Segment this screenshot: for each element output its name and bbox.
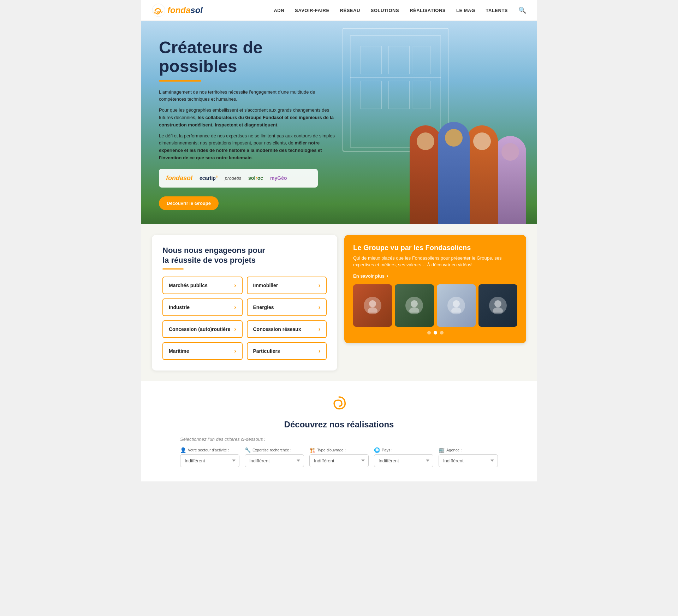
carousel-dot-3[interactable] bbox=[440, 331, 444, 334]
brand-solroc: solroc bbox=[248, 175, 263, 181]
market-arrow: › bbox=[319, 282, 320, 289]
market-label: Particuliers bbox=[253, 348, 280, 354]
market-btn-immobilier[interactable]: Immobilier › bbox=[247, 277, 327, 294]
svg-point-11 bbox=[368, 307, 377, 313]
svg-point-16 bbox=[494, 300, 501, 307]
filters-row: 👤 Votre secteur d'activité : Indifférent… bbox=[180, 447, 498, 467]
photo-2 bbox=[395, 284, 434, 327]
filter-secteur: 👤 Votre secteur d'activité : Indifférent bbox=[180, 447, 239, 467]
fondasoliens-link[interactable]: En savoir plus › bbox=[353, 273, 388, 279]
filter-pays: 🌐 Pays : Indifférent bbox=[374, 447, 433, 467]
person-icon: 👤 bbox=[180, 447, 186, 453]
fondasol-logo-icon: grupo bbox=[152, 4, 165, 17]
fondasoliens-title: Le Groupe vu par les Fondasoliens bbox=[353, 244, 517, 252]
person-1 bbox=[410, 125, 441, 224]
filter-instruction: Sélectionnez l'un des critères ci-dessou… bbox=[180, 437, 498, 442]
engagements-title: Nous nous engageons pour la réussite de … bbox=[162, 245, 327, 266]
main-nav: ADN SAVOIR-FAIRE RÉSEAU SOLUTIONS RÉALIS… bbox=[274, 6, 526, 14]
svg-rect-7 bbox=[388, 81, 409, 109]
filter-ouvrage: 🏗️ Type d'ouvrage : Indifférent bbox=[309, 447, 369, 467]
svg-rect-5 bbox=[413, 46, 430, 74]
svg-point-14 bbox=[453, 300, 460, 307]
hero-content: Créateurs de possibles L'aménagement de … bbox=[159, 38, 335, 210]
svg-rect-4 bbox=[388, 46, 409, 74]
photo-3 bbox=[437, 284, 476, 327]
svg-point-10 bbox=[369, 300, 376, 307]
hero-people bbox=[410, 122, 526, 224]
face-4 bbox=[489, 297, 507, 314]
nav-savoir-faire[interactable]: SAVOIR-FAIRE bbox=[295, 8, 329, 13]
market-label: Marchés publics bbox=[169, 283, 208, 288]
market-btn-industrie[interactable]: Industrie › bbox=[162, 298, 243, 316]
hero-section: Créateurs de possibles L'aménagement de … bbox=[141, 21, 537, 224]
search-icon[interactable]: 🔍 bbox=[518, 6, 526, 14]
brand-prodetis: prodetis bbox=[225, 176, 241, 181]
market-label: Energies bbox=[253, 304, 274, 310]
main-section: Nous nous engageons pour la réussite de … bbox=[141, 224, 537, 381]
market-label: Concession réseaux bbox=[253, 326, 301, 332]
building-icon: 🏗️ bbox=[309, 447, 315, 453]
market-arrow: › bbox=[234, 304, 236, 310]
realisations-icon bbox=[152, 395, 526, 416]
market-arrow: › bbox=[319, 304, 320, 310]
nav-solutions[interactable]: SOLUTIONS bbox=[371, 8, 399, 13]
face-3 bbox=[447, 297, 465, 314]
market-btn-concession-reseaux[interactable]: Concession réseaux › bbox=[247, 320, 327, 338]
market-arrow: › bbox=[234, 326, 236, 332]
filter-expertise-label: 🔧 Expertise recherchée : bbox=[245, 447, 291, 453]
carousel-dot-1[interactable] bbox=[427, 331, 431, 334]
svg-rect-6 bbox=[361, 81, 381, 109]
carousel-dot-2[interactable] bbox=[434, 331, 437, 334]
svg-point-13 bbox=[409, 307, 419, 313]
brand-fondasol: fondasol bbox=[166, 174, 192, 182]
market-label: Maritime bbox=[169, 348, 189, 354]
filter-secteur-select[interactable]: Indifférent bbox=[180, 454, 239, 467]
realisations-section: Découvrez nos réalisations Sélectionnez … bbox=[141, 381, 537, 481]
office-icon: 🏢 bbox=[439, 447, 445, 453]
hero-title-underline bbox=[159, 80, 201, 82]
market-btn-maritime[interactable]: Maritime › bbox=[162, 342, 243, 360]
filter-expertise-select[interactable]: Indifférent bbox=[245, 454, 304, 467]
discover-group-button[interactable]: Découvrir le Groupe bbox=[159, 196, 219, 210]
svg-point-17 bbox=[493, 307, 503, 313]
brand-mygeo: myGéo bbox=[270, 175, 287, 181]
market-btn-energies[interactable]: Energies › bbox=[247, 298, 327, 316]
market-btn-particuliers[interactable]: Particuliers › bbox=[247, 342, 327, 360]
market-arrow: › bbox=[234, 282, 236, 289]
engagements-card: Nous nous engageons pour la réussite de … bbox=[152, 235, 337, 371]
hero-desc-2: Pour que les géographies embellissent et… bbox=[159, 107, 335, 129]
hero-desc-1: L'aménagement de nos territoires nécessi… bbox=[159, 89, 335, 103]
svg-point-12 bbox=[411, 300, 418, 307]
tool-icon: 🔧 bbox=[245, 447, 251, 453]
face-1 bbox=[364, 297, 381, 314]
fondasoliens-link-arrow: › bbox=[386, 273, 388, 279]
photo-4 bbox=[478, 284, 517, 327]
nav-talents[interactable]: TALENTS bbox=[486, 8, 508, 13]
nav-realisations[interactable]: RÉALISATIONS bbox=[410, 8, 446, 13]
person-4 bbox=[494, 136, 526, 224]
market-label: Industrie bbox=[169, 304, 190, 310]
filter-secteur-label: 👤 Votre secteur d'activité : bbox=[180, 447, 229, 453]
market-btn-concession-auto[interactable]: Concession (auto)routière › bbox=[162, 320, 243, 338]
nav-adn[interactable]: ADN bbox=[274, 8, 284, 13]
globe-icon: 🌐 bbox=[374, 447, 380, 453]
filter-agence: 🏢 Agence : Indifférent bbox=[439, 447, 498, 467]
fondasoliens-desc: Qui de mieux placés que les Fondasoliens… bbox=[353, 255, 517, 268]
market-label: Concession (auto)routière bbox=[169, 326, 230, 332]
filter-agence-select[interactable]: Indifférent bbox=[439, 454, 498, 467]
hero-title: Créateurs de possibles bbox=[159, 38, 335, 76]
brand-ecartip: ecartip® bbox=[200, 175, 218, 181]
nav-reseau[interactable]: RÉSEAU bbox=[340, 8, 360, 13]
hero-desc-3: Le défi et la performance de nos experti… bbox=[159, 132, 335, 162]
filter-ouvrage-select[interactable]: Indifférent bbox=[309, 454, 369, 467]
filter-pays-select[interactable]: Indifférent bbox=[374, 454, 433, 467]
nav-le-mag[interactable]: LE MAG bbox=[456, 8, 475, 13]
filter-ouvrage-label: 🏗️ Type d'ouvrage : bbox=[309, 447, 346, 453]
market-btn-marches-publics[interactable]: Marchés publics › bbox=[162, 277, 243, 294]
hero-brands: fondasol ecartip® prodetis solroc myGéo bbox=[159, 169, 318, 188]
fondasoliens-photos bbox=[353, 284, 517, 327]
realisations-title: Découvrez nos réalisations bbox=[152, 420, 526, 430]
face-2 bbox=[405, 297, 423, 314]
svg-rect-8 bbox=[413, 81, 430, 109]
logo-area: grupo fondasol bbox=[152, 4, 203, 17]
